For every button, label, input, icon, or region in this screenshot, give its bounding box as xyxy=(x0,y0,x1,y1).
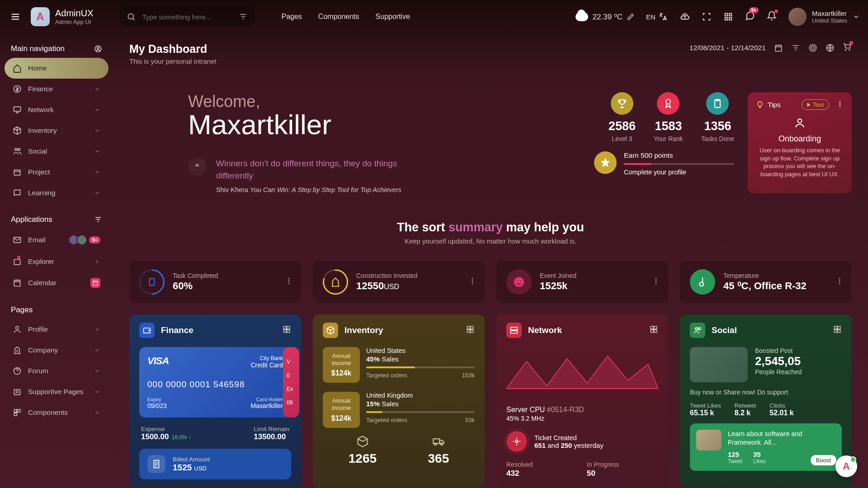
svg-rect-63 xyxy=(654,327,657,329)
lightbulb-icon xyxy=(756,101,764,109)
mini-menu[interactable] xyxy=(652,277,660,287)
earn-title: Earn 500 points xyxy=(624,151,734,160)
sidebar-item-forum[interactable]: Forum xyxy=(5,361,108,381)
svg-point-35 xyxy=(288,283,289,284)
apps-icon[interactable] xyxy=(723,12,733,22)
fullscreen-icon[interactable] xyxy=(702,12,712,22)
medal-icon xyxy=(663,98,674,109)
cloud-upload-icon[interactable] xyxy=(680,12,690,22)
svg-point-26 xyxy=(666,99,670,104)
svg-rect-4 xyxy=(729,18,732,20)
tour-button[interactable]: Tour xyxy=(802,99,829,110)
svg-point-0 xyxy=(128,14,134,19)
learn-card[interactable]: Learn about software and Framework. All.… xyxy=(690,423,842,471)
expand-icon[interactable] xyxy=(282,325,291,336)
svg-point-45 xyxy=(839,278,840,279)
mini-card-temperature[interactable]: Temperature45 ⁰C, Office R-32 xyxy=(680,261,852,303)
page-tools: 12/08/2021 - 12/14/2021 xyxy=(689,42,852,53)
messages-button[interactable]: 9+ xyxy=(745,11,755,23)
filter-icon[interactable] xyxy=(791,43,800,52)
svg-rect-52 xyxy=(283,330,286,333)
smile-icon xyxy=(506,269,532,295)
date-range[interactable]: 12/08/2021 - 12/14/2021 xyxy=(689,44,766,52)
sidebar-item-learning[interactable]: Learning xyxy=(5,183,108,203)
svg-rect-69 xyxy=(834,327,837,329)
filter-icon[interactable] xyxy=(239,12,248,21)
network-card: Network Server CPU #0514-R3D 45% 3.2 MHz… xyxy=(496,314,668,488)
nav-supportive[interactable]: Supportive xyxy=(376,13,410,21)
sidebar-item-inventory[interactable]: Inventory xyxy=(5,120,108,141)
svg-point-39 xyxy=(514,277,524,287)
svg-rect-55 xyxy=(467,327,470,329)
target-icon[interactable] xyxy=(808,43,817,52)
svg-point-42 xyxy=(656,278,656,279)
page-subtitle: This is your personal intranet xyxy=(129,57,217,65)
expand-icon[interactable] xyxy=(833,325,842,336)
expand-icon[interactable] xyxy=(649,325,658,336)
user-avatar xyxy=(788,8,807,26)
credit-card[interactable]: VISACity BankCredit Card 000 0000 0001 5… xyxy=(139,347,291,418)
mini-menu[interactable] xyxy=(285,277,293,287)
svg-point-47 xyxy=(839,283,840,284)
tips-heading: Onboarding xyxy=(756,134,844,144)
sidebar-item-supportive[interactable]: Supportive Pages xyxy=(5,381,108,402)
weather-widget[interactable]: 22.39 ⁰C xyxy=(576,12,635,22)
svg-point-9 xyxy=(15,148,17,150)
cart-button[interactable] xyxy=(843,42,852,53)
sidebar-item-pages-components[interactable]: Components xyxy=(5,402,108,423)
ticket-icon xyxy=(506,431,527,452)
billed-card[interactable]: Billed Amount1525 USD xyxy=(139,449,291,479)
sidebar-item-finance[interactable]: Finance xyxy=(5,79,108,99)
next-card-peek[interactable]: V0Ex09 xyxy=(283,347,299,418)
mini-menu[interactable] xyxy=(468,277,476,287)
tips-menu[interactable] xyxy=(836,100,844,109)
network-chart xyxy=(506,345,658,399)
menu-toggle-button[interactable] xyxy=(8,9,23,24)
app-logo[interactable]: A AdminUX Admin App UI xyxy=(31,7,93,26)
language-picker[interactable]: EN xyxy=(646,12,668,22)
svg-rect-32 xyxy=(150,279,155,286)
calendar-icon[interactable] xyxy=(774,43,783,52)
sidebar-item-company[interactable]: Company xyxy=(5,340,108,361)
weather-temp: 22.39 ⁰C xyxy=(593,12,623,22)
svg-point-66 xyxy=(515,440,518,443)
edit-icon[interactable] xyxy=(627,13,634,20)
main-content: My Dashboard This is your personal intra… xyxy=(113,33,868,488)
nav-components[interactable]: Components xyxy=(318,13,359,21)
user-circle-icon[interactable] xyxy=(94,45,102,53)
user-menu[interactable]: Maxartkiller United States xyxy=(788,8,860,26)
mini-menu[interactable] xyxy=(835,277,844,287)
svg-rect-13 xyxy=(14,259,20,265)
notifications-button[interactable] xyxy=(767,11,777,23)
svg-point-23 xyxy=(810,45,816,52)
inventory-card: Inventory Annual Income$124k United Stat… xyxy=(313,314,485,488)
earn-subtitle[interactable]: Complete your profile xyxy=(624,169,734,176)
sliders-icon[interactable] xyxy=(94,216,102,224)
nav-pages[interactable]: Pages xyxy=(281,13,302,21)
mini-card-construction[interactable]: Construction Invested12550USD xyxy=(313,261,485,303)
floating-action-button[interactable]: A xyxy=(835,455,857,477)
sidebar-item-explorer[interactable]: Explorer xyxy=(5,251,108,272)
search-box[interactable] xyxy=(119,7,255,27)
welcome-name: Maxartkiller xyxy=(188,108,580,141)
thermometer-icon xyxy=(690,269,715,295)
inventory-income-box: Annual Income$124k xyxy=(323,347,360,383)
sidebar-item-social[interactable]: Social xyxy=(5,141,108,162)
mini-card-task[interactable]: Task Completed60% xyxy=(129,261,301,303)
svg-point-40 xyxy=(517,281,518,282)
search-input[interactable] xyxy=(142,13,232,21)
clipboard-icon xyxy=(712,98,723,109)
sidebar-item-email[interactable]: Email 9+ xyxy=(5,229,108,251)
mini-card-event[interactable]: Event Joined1525k xyxy=(496,261,668,303)
sidebar-item-calendar[interactable]: Calendar xyxy=(5,272,108,294)
inventory-income-box: Annual Income$124k xyxy=(323,392,360,427)
sidebar-item-network[interactable]: Network xyxy=(5,99,108,120)
expand-icon[interactable] xyxy=(466,325,475,336)
globe-icon[interactable] xyxy=(826,43,835,52)
boost-button[interactable]: Boost xyxy=(811,455,836,465)
sidebar-item-home[interactable]: Home xyxy=(5,58,108,79)
svg-point-41 xyxy=(520,281,521,282)
sidebar-item-project[interactable]: Project xyxy=(5,162,108,183)
star-icon xyxy=(594,151,617,174)
sidebar-item-profile[interactable]: Profile xyxy=(5,319,108,340)
